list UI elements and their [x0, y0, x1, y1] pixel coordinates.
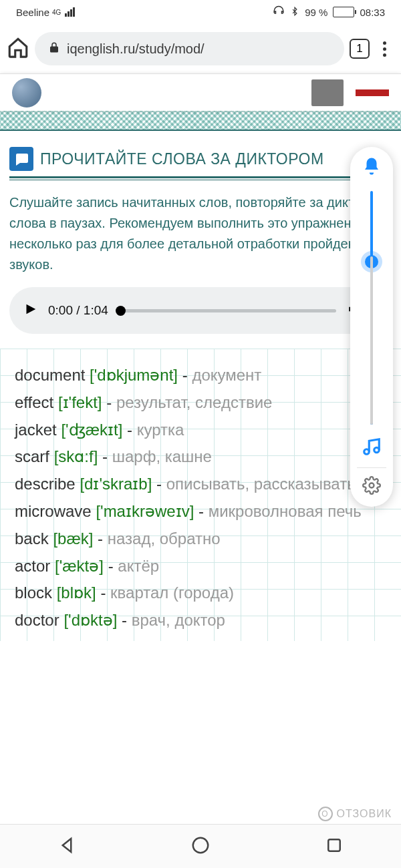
system-nav-bar	[0, 824, 401, 868]
panel-divider	[357, 467, 387, 468]
list-item: jacket ['ʤækɪt] - куртка	[7, 417, 394, 444]
tabs-button[interactable]: 1	[350, 39, 370, 59]
avatar[interactable]	[12, 78, 41, 107]
tab-count: 1	[356, 42, 362, 55]
home-icon[interactable]	[7, 36, 29, 61]
back-icon[interactable]	[57, 835, 77, 858]
watermark-icon: О	[318, 807, 333, 821]
divider	[9, 176, 392, 180]
browser-bar: iqenglish.ru/study/mod/ 1	[0, 24, 401, 73]
volume-slider[interactable]	[370, 191, 373, 425]
header-button[interactable]	[311, 79, 344, 106]
svg-point-0	[364, 449, 370, 455]
list-item: document ['dɒkjumənt] - документ	[7, 362, 394, 389]
bluetooth-icon	[290, 5, 299, 19]
chat-icon	[9, 147, 33, 171]
header-accent	[356, 89, 389, 96]
url-text: iqenglish.ru/study/mod/	[67, 41, 205, 57]
list-item: doctor ['dɒktə] - врач, доктор	[7, 607, 394, 634]
network-type: 4G	[52, 9, 61, 16]
carrier-label: Beeline	[16, 7, 49, 18]
signal-icon	[65, 7, 75, 17]
svg-point-3	[193, 837, 209, 853]
music-icon[interactable]	[362, 437, 382, 459]
list-item: microwave ['maɪkrəweɪv] - микроволновая …	[7, 498, 394, 525]
list-item: block [blɒk] - квартал (города)	[7, 580, 394, 607]
list-item: scarf [skɑ:f] - шарф, кашне	[7, 443, 394, 471]
main-content: ПРОЧИТАЙТЕ СЛОВА ЗА ДИКТОРОМ Слушайте за…	[0, 131, 401, 641]
svg-point-1	[374, 447, 380, 453]
volume-thumb[interactable]	[365, 255, 378, 268]
status-right: 99 % 08:33	[273, 5, 385, 19]
home-nav-icon[interactable]	[190, 835, 211, 858]
section-header: ПРОЧИТАЙТЕ СЛОВА ЗА ДИКТОРОМ	[9, 136, 392, 176]
status-left: Beeline 4G	[16, 7, 75, 18]
svg-rect-4	[328, 839, 340, 851]
play-icon[interactable]	[23, 302, 37, 319]
list-item: effect [ɪ'fekt] - результат, следствие	[7, 389, 394, 417]
watermark-text: ОТЗОВИК	[337, 808, 392, 820]
headphones-icon	[273, 5, 285, 19]
clock: 08:33	[360, 7, 385, 18]
audio-time: 0:00 / 1:04	[48, 303, 108, 318]
list-item: describe [dɪ'skraɪb] - описывать, расска…	[7, 471, 394, 498]
battery-icon	[333, 7, 354, 17]
instruction-text: Слушайте запись начитанных слов, повторя…	[9, 187, 392, 287]
list-item: actor ['æktə] - актёр	[7, 553, 394, 580]
svg-point-2	[370, 483, 374, 488]
lock-icon	[48, 41, 60, 57]
watermark: О ОТЗОВИК	[318, 807, 392, 821]
audio-player[interactable]: 0:00 / 1:04	[9, 287, 392, 334]
recents-icon[interactable]	[324, 835, 344, 858]
word-list: document ['dɒkjumənt] - документ effect …	[0, 349, 401, 641]
status-bar: Beeline 4G 99 % 08:33	[0, 0, 401, 24]
volume-panel[interactable]	[350, 147, 393, 507]
battery-percent: 99 %	[305, 7, 327, 18]
bell-icon[interactable]	[362, 156, 382, 179]
browser-menu-icon[interactable]	[375, 41, 394, 57]
list-item: back [bæk] - назад, обратно	[7, 525, 394, 553]
audio-progress[interactable]	[119, 309, 336, 312]
section-title: ПРОЧИТАЙТЕ СЛОВА ЗА ДИКТОРОМ	[40, 150, 324, 168]
decorative-band	[0, 111, 401, 131]
gear-icon[interactable]	[362, 476, 381, 497]
site-header	[0, 73, 401, 111]
url-bar[interactable]: iqenglish.ru/study/mod/	[35, 32, 344, 65]
